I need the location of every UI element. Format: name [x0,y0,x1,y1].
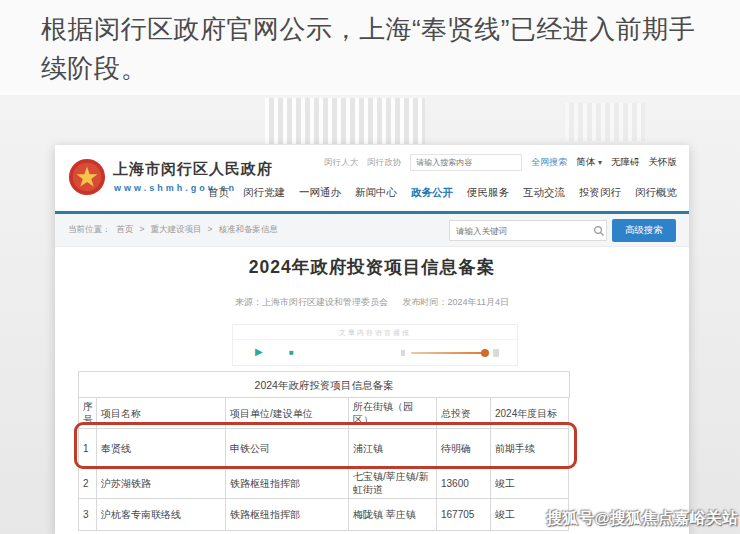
nav-item-overview[interactable]: 闵行概览 [635,186,677,200]
nav-item-gov-info[interactable]: 政务公开 [411,186,453,200]
nav-item-services[interactable]: 便民服务 [467,186,509,200]
article-source: 来源：上海市闵行区建设和管理委员会 [235,297,388,307]
col-header-2024-target: 2024年度目标 [491,398,569,429]
table-row: 2 沪苏湖铁路 铁路枢纽指挥部 七宝镇/莘庄镇/新虹街道 13600 竣工 [79,468,570,499]
cell-project-name: 沪苏湖铁路 [97,468,226,499]
cell-unit: 申铁公司 [226,429,349,468]
audio-player: 文章内容语音播报 ▶ ■ [232,324,518,366]
nav-item-one-portal[interactable]: 一网通办 [299,186,341,200]
col-header-town: 所在街镇（园区） [349,398,437,429]
cell-investment: 待明确 [437,429,491,468]
background-texture [265,98,425,144]
speaker-icon [493,349,499,357]
header-search-input[interactable] [410,154,522,171]
site-header: 上海市闵行区人民政府 www.shmh.gov.cn 闵行人大 闵行政协 全网搜… [55,145,689,211]
col-header-project-name: 项目名称 [97,398,226,429]
breadcrumb-level2[interactable]: 核准和备案信息 [218,224,278,236]
volume-slider[interactable] [411,352,487,354]
col-header-investment: 总投资 [437,398,491,429]
cell-index: 1 [79,429,97,468]
breadcrumb-prefix: 当前位置： [68,224,111,236]
breadcrumb-separator: > [207,224,212,236]
cell-project-name: 奉贤线 [97,429,226,468]
cell-target: 竣工 [491,468,569,499]
volume-slider-knob[interactable] [481,349,489,357]
volume-icon [401,350,405,356]
col-header-index: 序号 [79,398,97,429]
cell-town: 浦江镇 [349,429,437,468]
background-texture [565,103,645,141]
breadcrumb-level1[interactable]: 重大建设项目 [150,224,201,236]
cell-unit: 铁路枢纽指挥部 [226,499,349,531]
sitewide-search-link[interactable]: 全网搜索 [531,156,567,169]
audio-player-label: 文章内容语音播报 [233,325,517,340]
nav-item-interaction[interactable]: 互动交流 [523,186,565,200]
audio-player-controls: ▶ ■ [233,340,517,365]
article-publish-time: 发布时间：2024年11月4日 [403,297,509,307]
table-row: 1 奉贤线 申铁公司 浦江镇 待明确 前期手续 [79,429,570,468]
national-emblem-logo [68,158,106,196]
cell-town: 七宝镇/莘庄镇/新虹街道 [349,468,437,499]
gov-website-card: 上海市闵行区人民政府 www.shmh.gov.cn 闵行人大 闵行政协 全网搜… [55,145,689,534]
cell-unit: 铁路枢纽指挥部 [226,468,349,499]
cell-index: 2 [79,468,97,499]
table-header-row: 序号 项目名称 项目单位/建设单位 所在街镇（园区） 总投资 2024年度目标 [79,398,570,429]
stop-icon[interactable]: ■ [289,346,294,360]
nav-item-home[interactable]: 首页 [208,186,229,200]
table-caption: 2024年政府投资项目信息备案 [79,372,570,398]
care-version-link[interactable]: 关怀版 [649,156,678,169]
play-icon[interactable]: ▶ [255,345,263,359]
cell-investment: 13600 [437,468,491,499]
article-headline: 根据闵行区政府官网公示，上海“奉贤线”已经进入前期手续阶段。 [41,10,711,88]
screenshot-root: 根据闵行区政府官网公示，上海“奉贤线”已经进入前期手续阶段。 上海市闵行区人民政… [0,0,740,534]
cell-town: 梅陇镇 莘庄镇 [349,499,437,531]
search-icon[interactable] [592,224,606,238]
breadcrumb-home[interactable]: 首页 [117,224,134,236]
nav-item-party[interactable]: 闵行党建 [243,186,285,200]
breadcrumb: 当前位置： 首页 > 重大建设项目 > 核准和备案信息 [68,224,278,236]
site-title: 上海市闵行区人民政府 [113,160,273,179]
accessibility-link[interactable]: 无障碍 [611,156,640,169]
utility-bar: 闵行人大 闵行政协 全网搜索 简体 ▾ 无障碍 关怀版 [324,154,677,171]
cell-project-name: 沪杭客专南联络线 [97,499,226,531]
page-title: 2024年政府投资项目信息备案 [55,255,689,279]
chevron-down-icon: ▾ [598,158,602,167]
nav-item-news[interactable]: 新闻中心 [355,186,397,200]
nav-item-invest[interactable]: 投资闵行 [579,186,621,200]
keyword-search-box [449,220,607,241]
col-header-unit: 项目单位/建设单位 [226,398,349,429]
table-row: 3 沪杭客专南联络线 铁路枢纽指挥部 梅陇镇 莘庄镇 167705 竣工 [79,499,570,531]
breadcrumb-separator: > [140,224,145,236]
link-minhang-peoples-congress[interactable]: 闵行人大 [324,157,358,169]
breadcrumb-bar: 当前位置： 首页 > 重大建设项目 > 核准和备案信息 高级搜索 [55,214,689,247]
keyword-search-input[interactable] [450,226,592,236]
watermark: 搜狐号@搜狐焦点嘉峪关站 [546,508,738,529]
cell-investment: 167705 [437,499,491,531]
advanced-search-button[interactable]: 高级搜索 [612,219,676,242]
article-meta: 来源：上海市闵行区建设和管理委员会 发布时间：2024年11月4日 [55,296,689,309]
link-minhang-cppcc[interactable]: 闵行政协 [367,157,401,169]
cell-index: 3 [79,499,97,531]
language-select[interactable]: 简体 ▾ [576,156,602,169]
main-nav: 首页 闵行党建 一网通办 新闻中心 政务公开 便民服务 互动交流 投资闵行 闵行… [208,186,677,200]
projects-table: 2024年政府投资项目信息备案 序号 项目名称 项目单位/建设单位 所在街镇（园… [78,371,570,531]
cell-target: 前期手续 [491,429,569,468]
